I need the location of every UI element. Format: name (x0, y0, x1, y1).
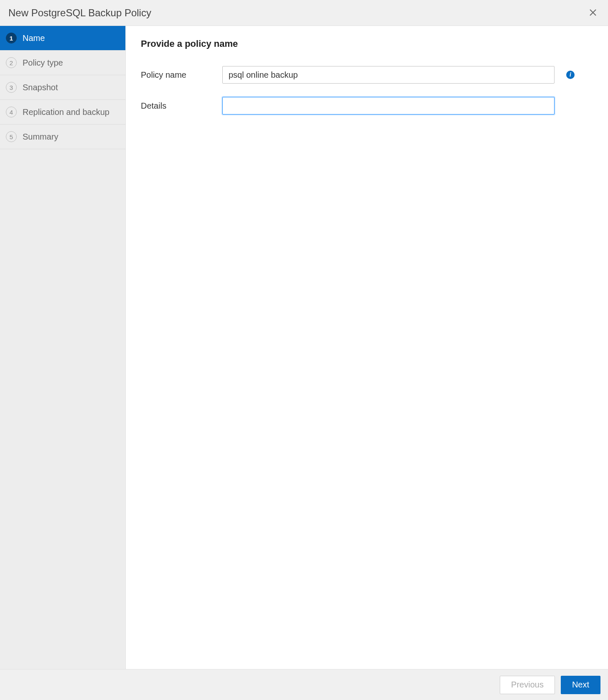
step-label: Replication and backup (23, 107, 120, 117)
main-panel: Provide a policy name Policy name i Deta… (126, 26, 608, 669)
step-number: 3 (6, 82, 17, 93)
close-icon (589, 6, 597, 19)
step-number: 4 (6, 107, 17, 117)
dialog-footer: Previous Next (0, 669, 608, 700)
wizard-sidebar: 1 Name 2 Policy type 3 Snapshot 4 Replic… (0, 26, 126, 669)
step-label: Name (23, 33, 120, 43)
policy-name-row: Policy name i (141, 66, 593, 84)
step-label: Policy type (23, 58, 120, 68)
previous-button[interactable]: Previous (500, 676, 555, 694)
policy-name-label: Policy name (141, 70, 222, 80)
dialog-title: New PostgreSQL Backup Policy (8, 7, 151, 19)
wizard-step-summary[interactable]: 5 Summary (0, 125, 125, 149)
details-row: Details (141, 97, 593, 115)
details-input[interactable] (222, 97, 555, 115)
step-label: Summary (23, 132, 120, 142)
step-number: 5 (6, 131, 17, 142)
policy-name-input[interactable] (222, 66, 555, 84)
dialog-header: New PostgreSQL Backup Policy (0, 0, 608, 26)
next-button[interactable]: Next (561, 676, 600, 694)
details-label: Details (141, 101, 222, 111)
wizard-step-policy-type[interactable]: 2 Policy type (0, 51, 125, 75)
step-label: Snapshot (23, 83, 120, 92)
panel-heading: Provide a policy name (141, 38, 593, 49)
wizard-step-name[interactable]: 1 Name (0, 26, 125, 51)
step-number: 1 (6, 33, 17, 43)
step-number: 2 (6, 57, 17, 68)
wizard-step-snapshot[interactable]: 3 Snapshot (0, 75, 125, 100)
dialog-body: 1 Name 2 Policy type 3 Snapshot 4 Replic… (0, 26, 608, 669)
info-icon[interactable]: i (566, 71, 575, 79)
close-button[interactable] (586, 7, 600, 19)
wizard-step-replication[interactable]: 4 Replication and backup (0, 100, 125, 125)
